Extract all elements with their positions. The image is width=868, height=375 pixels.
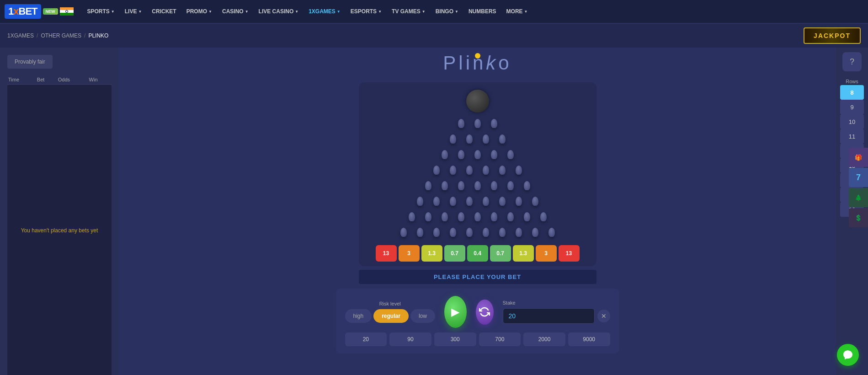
peg — [433, 228, 440, 237]
peg-row-2 — [450, 134, 506, 144]
peg — [483, 134, 489, 144]
row-btn-8[interactable]: 8 — [840, 85, 864, 100]
mult-3-left: 3 — [399, 245, 420, 262]
gift-icon[interactable]: 🎁 — [849, 148, 868, 167]
pegs-container — [400, 119, 555, 237]
main-layout: Provably fair Time Bet Odds Win You have… — [0, 48, 868, 375]
risk-buttons: high regular low — [345, 309, 435, 323]
breadcrumb-sep-1: / — [37, 32, 38, 39]
navbar: 1xBET NEW SPORTS ▼ LIVE ▼ CRICKET PROMO … — [0, 0, 868, 24]
game-area: Plinko — [119, 48, 836, 375]
quick-bet-90[interactable]: 90 — [389, 332, 431, 346]
auto-button[interactable] — [476, 300, 494, 325]
no-bets-message: You haven't placed any bets yet — [21, 227, 98, 234]
nav-sports[interactable]: SPORTS ▼ — [83, 5, 119, 17]
breadcrumb-1xgames[interactable]: 1XGAMES — [7, 32, 34, 39]
peg — [433, 197, 440, 206]
peg — [491, 181, 497, 190]
peg — [483, 197, 489, 206]
quick-bet-700[interactable]: 700 — [479, 332, 521, 346]
peg-row-5 — [425, 181, 530, 190]
nav-live-casino[interactable]: LIVE CASINO ▼ — [254, 5, 304, 17]
stake-input-row: ✕ — [503, 308, 610, 324]
peg — [532, 228, 538, 237]
peg-row-7 — [409, 212, 547, 221]
logo[interactable]: 1xBET NEW — [5, 4, 74, 19]
peg — [499, 134, 506, 144]
peg — [516, 228, 522, 237]
peg — [499, 197, 506, 206]
history-table: Time Bet Odds Win — [7, 75, 112, 85]
peg — [458, 212, 464, 221]
risk-high-button[interactable]: high — [345, 309, 372, 323]
coin-icon[interactable]: 💲 — [849, 208, 868, 227]
chat-button[interactable] — [837, 344, 859, 366]
nav-tv-games[interactable]: TV GAMES ▼ — [387, 5, 430, 17]
new-badge: NEW — [43, 8, 58, 15]
breadcrumb-sep-2: / — [84, 32, 85, 39]
mult-13-left: 13 — [376, 245, 397, 262]
peg — [524, 212, 530, 221]
jackpot-button[interactable]: JACKPOT — [804, 27, 861, 44]
rows-label: Rows — [846, 79, 858, 84]
stake-input[interactable] — [503, 308, 595, 324]
plinko-title: Plinko — [443, 52, 511, 74]
mult-1-3-left2: 1.3 — [421, 245, 442, 262]
peg — [466, 134, 473, 144]
peg — [433, 166, 440, 175]
peg — [491, 119, 497, 128]
peg — [491, 212, 497, 221]
quick-bet-20[interactable]: 20 — [345, 332, 387, 346]
peg — [466, 166, 473, 175]
peg — [507, 212, 514, 221]
risk-regular-button[interactable]: regular — [373, 309, 409, 323]
nav-esports[interactable]: ESPORTS ▼ — [346, 5, 386, 17]
peg — [483, 166, 489, 175]
tree-icon[interactable]: 🌲 — [849, 188, 868, 207]
row-btn-10[interactable]: 10 — [840, 114, 864, 129]
quick-bet-9000[interactable]: 9000 — [568, 332, 610, 346]
quick-bet-2000[interactable]: 2000 — [523, 332, 565, 346]
peg — [532, 197, 538, 206]
quick-bet-300[interactable]: 300 — [434, 332, 476, 346]
side-badges: 🎁 7 🌲 💲 — [849, 148, 868, 227]
col-time: Time — [7, 75, 36, 85]
plinko-title-container: Plinko — [443, 52, 511, 79]
peg — [474, 150, 481, 159]
stake-label: Stake — [503, 300, 610, 305]
nav-promo[interactable]: PROMO ▼ — [182, 5, 217, 17]
peg — [474, 212, 481, 221]
col-bet: Bet — [36, 75, 57, 85]
mult-13-right: 13 — [559, 245, 580, 262]
peg — [450, 197, 456, 206]
peg — [409, 212, 415, 221]
row-btn-11[interactable]: 11 — [840, 129, 864, 144]
number-badge[interactable]: 7 — [849, 168, 868, 187]
breadcrumb-other-games[interactable]: OTHER GAMES — [41, 32, 81, 39]
mult-1-3-right2: 1.3 — [513, 245, 534, 262]
row-btn-9[interactable]: 9 — [840, 100, 864, 114]
play-button[interactable]: ▶ — [444, 296, 467, 328]
stake-clear-button[interactable]: ✕ — [597, 310, 610, 322]
peg — [499, 228, 506, 237]
plinko-board: 13 3 1.3 0.7 0.4 0.7 1.3 3 13 — [359, 82, 596, 266]
risk-low-button[interactable]: low — [410, 309, 435, 323]
peg — [458, 150, 464, 159]
peg — [466, 228, 473, 237]
nav-1xgames[interactable]: 1XGAMES ▼ — [304, 5, 345, 17]
peg — [450, 166, 456, 175]
provably-fair-button[interactable]: Provably fair — [7, 55, 53, 69]
nav-numbers[interactable]: NUMBERS — [464, 5, 501, 17]
stake-section: Stake ✕ — [503, 300, 610, 324]
risk-label: Risk level — [345, 301, 435, 306]
peg — [458, 119, 464, 128]
nav-cricket[interactable]: CRICKET — [147, 5, 181, 17]
nav-live[interactable]: LIVE ▼ — [120, 5, 147, 17]
peg — [516, 166, 522, 175]
nav-bingo[interactable]: BINGO ▼ — [431, 5, 463, 17]
peg — [425, 212, 431, 221]
help-button[interactable]: ? — [842, 52, 862, 71]
nav-casino[interactable]: CASINO ▼ — [218, 5, 253, 17]
risk-section: Risk level high regular low — [345, 301, 435, 323]
nav-more[interactable]: MORE ▼ — [502, 5, 533, 17]
